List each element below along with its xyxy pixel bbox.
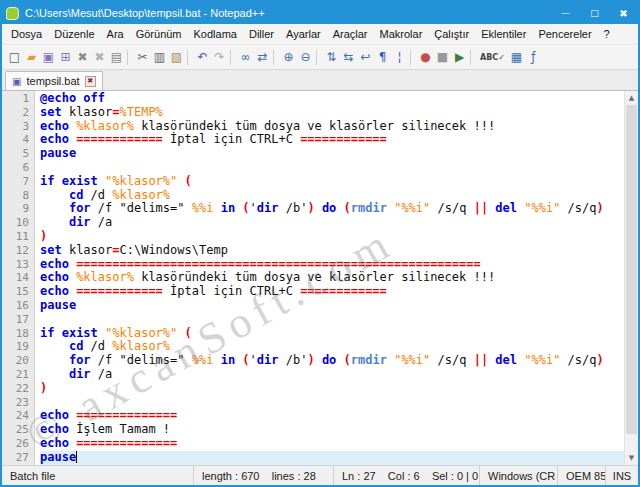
line-number: 8 (2, 189, 29, 203)
code-token: ( (242, 353, 249, 367)
menu-item--al-t-r[interactable]: Çalıştır (428, 25, 475, 43)
code-token: ) (597, 353, 604, 367)
sync-horizontal-icon[interactable]: ⇆ (340, 48, 357, 66)
function-list-icon[interactable]: ƒ (525, 48, 542, 66)
code-line-12[interactable]: set klasor=C:\Windows\Temp (40, 244, 624, 258)
menu-item-ara[interactable]: Ara (101, 25, 130, 43)
close-icon[interactable]: ✖ (74, 48, 91, 66)
scrollbar-thumb[interactable] (626, 105, 637, 434)
code-line-16[interactable]: pause (40, 299, 624, 313)
cut-icon[interactable]: ✂ (134, 48, 151, 66)
menu-item-diller[interactable]: Diller (243, 25, 280, 43)
menu-item-ayarlar[interactable]: Ayarlar (280, 25, 327, 43)
code-token (213, 201, 220, 215)
code-line-26[interactable]: echo ============== (40, 437, 624, 451)
code-token: ) (40, 229, 47, 243)
menu-item-d-zenle[interactable]: Düzenle (48, 25, 100, 43)
code-line-7[interactable]: if exist "%klasor%" ( (40, 175, 624, 189)
code-line-9[interactable]: for /f "delims=" %%i in ('dir /b') do (r… (40, 202, 624, 216)
code-token: echo (40, 436, 69, 450)
code-area[interactable]: @echo offset klasor=%TEMP%echo %klasor% … (35, 91, 624, 465)
open-folder-icon[interactable]: ▰ (23, 48, 40, 66)
code-token: ) (307, 353, 314, 367)
code-token: if (40, 326, 54, 340)
tab-label: tempsil.bat (26, 75, 79, 87)
line-number: 17 (2, 313, 29, 327)
menu-item-g-r-n-m[interactable]: Görünüm (130, 25, 188, 43)
indent-guide-icon[interactable]: ¦ (391, 48, 408, 66)
menu-item-pencereler[interactable]: Pencereler (532, 25, 597, 43)
menu-item-?[interactable]: ? (598, 25, 616, 43)
code-token: ============ (76, 132, 163, 146)
code-line-25[interactable]: echo İşlem Tamam ! (40, 423, 624, 437)
record-macro-icon[interactable]: ● (417, 48, 434, 66)
code-line-15[interactable]: echo ============ İptal için CTRL+C ====… (40, 285, 624, 299)
tab-close-icon[interactable]: ✖ (85, 76, 96, 87)
print-icon[interactable]: ▤ (108, 48, 125, 66)
code-line-21[interactable]: dir /a (40, 368, 624, 382)
code-line-23[interactable] (40, 396, 624, 410)
code-line-4[interactable]: echo ============ İptal için CTRL+C ====… (40, 133, 624, 147)
new-file-icon[interactable]: □ (6, 48, 23, 66)
code-line-17[interactable] (40, 313, 624, 327)
menu-item-dosya[interactable]: Dosya (5, 25, 48, 43)
code-line-1[interactable]: @echo off (40, 92, 624, 106)
status-insert-mode[interactable]: INS (606, 466, 638, 485)
paste-icon[interactable]: ▧ (168, 48, 185, 66)
menu-item-ara-lar[interactable]: Araçlar (327, 25, 374, 43)
code-line-20[interactable]: for /f "delims=" %%i in ('dir /b') do (r… (40, 354, 624, 368)
code-line-6[interactable] (40, 161, 624, 175)
text-caret (76, 451, 77, 463)
code-token: || (474, 353, 488, 367)
code-line-27[interactable]: pause (40, 451, 624, 465)
code-token: exist (62, 174, 98, 188)
code-line-18[interactable]: if exist "%klasor%" ( (40, 327, 624, 341)
code-line-10[interactable]: dir /a (40, 216, 624, 230)
code-token: echo (40, 422, 69, 436)
code-line-13[interactable]: echo ===================================… (40, 258, 624, 272)
code-line-2[interactable]: set klasor=%TEMP% (40, 106, 624, 120)
code-line-5[interactable]: pause (40, 147, 624, 161)
minimize-button[interactable]: — (551, 2, 580, 24)
code-token: klasöründeki tüm dosya ve klasörler sili… (134, 270, 495, 284)
status-eol-format[interactable]: Windows (CR LF) (480, 466, 558, 485)
zoom-in-icon[interactable]: ⊕ (280, 48, 297, 66)
maximize-button[interactable]: □ (580, 2, 609, 24)
save-icon[interactable]: ▣ (40, 48, 57, 66)
replace-icon[interactable]: ⇄ (254, 48, 271, 66)
sync-vertical-icon[interactable]: ⇅ (323, 48, 340, 66)
copy-icon[interactable]: ▥ (151, 48, 168, 66)
close-all-icon[interactable]: ✖ (91, 48, 108, 66)
code-token: "%%i" (524, 201, 560, 215)
document-icon: ▣ (12, 76, 21, 87)
line-number: 22 (2, 382, 29, 396)
scroll-up-icon[interactable]: ▲ (625, 91, 638, 105)
scrollbar-track[interactable] (625, 105, 638, 451)
menu-item-kodlama[interactable]: Kodlama (188, 25, 243, 43)
code-line-11[interactable]: ) (40, 230, 624, 244)
status-encoding[interactable]: OEM 857 (558, 466, 606, 485)
doc-map-icon[interactable]: ▦ (508, 48, 525, 66)
stop-macro-icon[interactable]: ■ (434, 48, 451, 66)
close-button[interactable]: ✖ (609, 2, 638, 24)
code-line-22[interactable]: ) (40, 382, 624, 396)
code-token: "%%i" (524, 353, 560, 367)
tab-tempsil-bat[interactable]: ▣ tempsil.bat ✖ (5, 71, 103, 90)
play-macro-icon[interactable]: ▶ (451, 48, 468, 66)
code-token: @echo off (40, 91, 105, 105)
code-line-8[interactable]: cd /d %klasor% (40, 189, 624, 203)
code-line-19[interactable]: cd /d %klasor% (40, 340, 624, 354)
show-all-characters-icon[interactable]: ¶ (374, 48, 391, 66)
word-wrap-icon[interactable]: ↩ (357, 48, 374, 66)
vertical-scrollbar[interactable]: ▲ ▼ (624, 91, 638, 465)
menu-item-makrolar[interactable]: Makrolar (374, 25, 429, 43)
scroll-down-icon[interactable]: ▼ (625, 451, 638, 465)
redo-icon[interactable]: ↷ (211, 48, 228, 66)
save-all-icon[interactable]: ⊞ (57, 48, 74, 66)
zoom-out-icon[interactable]: ⊖ (297, 48, 314, 66)
undo-icon[interactable]: ↶ (194, 48, 211, 66)
find-icon[interactable]: ∞ (237, 48, 254, 66)
spell-check-icon[interactable]: ABC✓ (477, 48, 508, 66)
code-token (40, 215, 69, 229)
menu-item-eklentiler[interactable]: Eklentiler (475, 25, 532, 43)
